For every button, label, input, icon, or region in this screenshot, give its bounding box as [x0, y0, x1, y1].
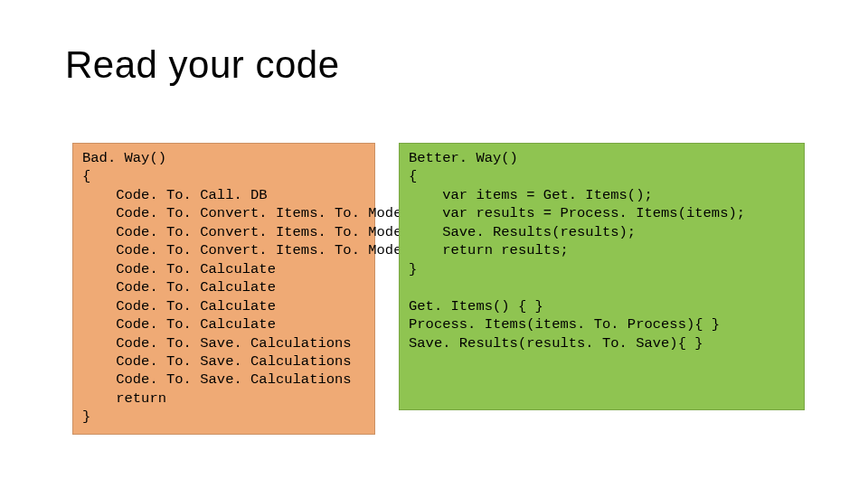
bad-code-panel: Bad. Way() { Code. To. Call. DB Code. To… [72, 143, 375, 435]
good-code-panel: Better. Way() { var items = Get. Items()… [399, 143, 805, 410]
slide-title: Read your code [65, 43, 340, 87]
code-panels: Bad. Way() { Code. To. Call. DB Code. To… [72, 143, 805, 435]
slide: Read your code Bad. Way() { Code. To. Ca… [0, 0, 868, 488]
